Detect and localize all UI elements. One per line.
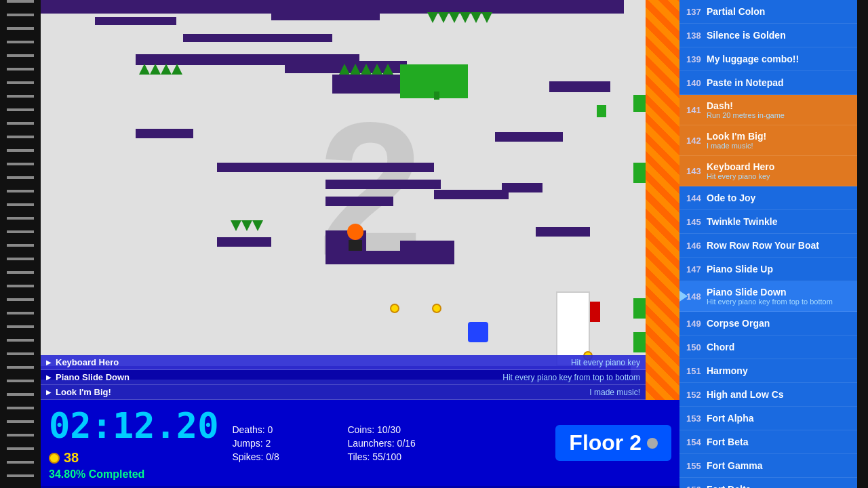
- right-green: [597, 105, 606, 117]
- quest-overlay: ▶ Keyboard Hero Hit every piano key ▶ Pi…: [41, 355, 646, 400]
- sidebar-item-137[interactable]: 137Partial Colon: [679, 0, 857, 24]
- game-area: 2: [41, 0, 679, 488]
- sidebar-item-156[interactable]: 156Fort Delta: [679, 478, 857, 488]
- platform-large: [217, 163, 434, 172]
- sidebar-item-num-143: 143: [686, 166, 707, 176]
- sidebar-item-147[interactable]: 147Piano Slide Up: [679, 258, 857, 281]
- game-background: 2: [41, 0, 679, 400]
- coin-1: [390, 304, 399, 313]
- right-green3: [633, 332, 646, 352]
- sidebar-item-138[interactable]: 138Silence is Golden: [679, 24, 857, 47]
- sidebar-item-144[interactable]: 144Ode to Joy: [679, 186, 857, 210]
- sidebar-item-148[interactable]: 148Piano Slide DownHit every piano key f…: [679, 281, 857, 312]
- sidebar-item-154[interactable]: 154Fort Beta: [679, 430, 857, 454]
- sidebar-item-num-146: 146: [686, 241, 707, 251]
- sidebar-item-num-149: 149: [686, 319, 707, 329]
- quest-desc-2: I made music!: [589, 388, 640, 397]
- sidebar-item-name-146: Row Row Row Your Boat: [707, 240, 850, 251]
- jumps-stat: Jumps: 2: [232, 438, 334, 449]
- sidebar-item-139[interactable]: 139My luggage combo!!: [679, 47, 857, 71]
- sidebar-arrow-indicator: [679, 291, 688, 302]
- sidebar-item-name-151: Harmony: [707, 365, 850, 376]
- sidebar-item-name-155: Fort Gamma: [707, 460, 850, 471]
- char-head: [347, 224, 363, 240]
- char-body: [349, 240, 362, 251]
- hud-center-info: 38 34.80% Completed: [49, 450, 218, 481]
- mid-spikes: [339, 64, 393, 75]
- sidebar-item-num-139: 139: [686, 54, 707, 64]
- sidebar-item-num-148: 148: [686, 291, 707, 302]
- green-platform: [400, 64, 434, 98]
- coin-number: 38: [64, 450, 79, 466]
- small-spike: [434, 92, 439, 100]
- sidebar: 137Partial Colon138Silence is Golden139M…: [679, 0, 857, 488]
- sidebar-item-name-143: Keyboard HeroHit every piano key: [707, 161, 850, 180]
- sidebar-item-name-138: Silence is Golden: [707, 30, 850, 41]
- sidebar-item-num-144: 144: [686, 193, 707, 203]
- player-character: [344, 224, 366, 251]
- platform-large3: [326, 197, 393, 206]
- platform-bot5: [536, 227, 590, 237]
- sidebar-item-name-141: Dash!Run 20 metres in-game: [707, 100, 850, 119]
- left-bar: [0, 0, 41, 488]
- quest-title-1: Piano Slide Down: [56, 372, 164, 382]
- sidebar-item-name-139: My luggage combo!!: [707, 54, 850, 64]
- sidebar-item-name-148: Piano Slide DownHit every piano key from…: [707, 287, 850, 306]
- sidebar-item-num-147: 147: [686, 264, 707, 274]
- sidebar-item-146[interactable]: 146Row Row Row Your Boat: [679, 234, 857, 258]
- quest-item-1: ▶ Piano Slide Down Hit every piano key f…: [41, 370, 646, 385]
- quest-desc-1: Hit every piano key from top to bottom: [502, 373, 640, 382]
- sidebar-item-name-149: Corpse Organ: [707, 318, 850, 329]
- quest-item-0: ▶ Keyboard Hero Hit every piano key: [41, 355, 646, 370]
- ceiling-platform: [41, 0, 624, 14]
- sidebar-item-sub-143: Hit every piano key: [707, 172, 850, 180]
- sidebar-item-150[interactable]: 150Chord: [679, 336, 857, 359]
- sidebar-item-153[interactable]: 153Fort Alpha: [679, 407, 857, 430]
- sidebar-item-143[interactable]: 143Keyboard HeroHit every piano key: [679, 156, 857, 186]
- sidebar-item-140[interactable]: 140Paste in Notepad: [679, 71, 857, 95]
- sidebar-item-142[interactable]: 142Look I'm Big!I made music!: [679, 125, 857, 156]
- sidebar-item-sub-142: I made music!: [707, 142, 850, 150]
- sidebar-item-name-150: Chord: [707, 342, 850, 352]
- sidebar-item-149[interactable]: 149Corpse Organ: [679, 312, 857, 336]
- hud: 02:12.20 38 34.80% Completed Deaths: 0 J…: [41, 400, 679, 488]
- left-spikes: [139, 64, 182, 75]
- sidebar-item-name-153: Fort Alpha: [707, 413, 850, 424]
- coin-count-row: 38: [49, 450, 218, 466]
- sidebar-item-151[interactable]: 151Harmony: [679, 359, 857, 383]
- sidebar-item-sub-141: Run 20 metres in-game: [707, 111, 850, 119]
- sidebar-item-141[interactable]: 141Dash!Run 20 metres in-game: [679, 95, 857, 125]
- platform-bot1: [217, 237, 271, 247]
- sidebar-item-145[interactable]: 145Twinkle Twinkle: [679, 210, 857, 234]
- quest-arrow-2: ▶: [46, 388, 52, 396]
- sidebar-item-name-145: Twinkle Twinkle: [707, 216, 850, 227]
- platform: [183, 34, 332, 42]
- sidebar-item-155[interactable]: 155Fort Gamma: [679, 454, 857, 478]
- sidebar-item-num-140: 140: [686, 78, 707, 88]
- sidebar-item-name-147: Piano Slide Up: [707, 264, 850, 274]
- platform-large2: [326, 180, 441, 189]
- sidebar-item-num-156: 156: [686, 485, 707, 489]
- sidebar-item-name-142: Look I'm Big!I made music!: [707, 131, 850, 150]
- platform-lower1: [136, 129, 193, 138]
- quest-arrow-1: ▶: [46, 373, 52, 381]
- top-spikes: [427, 12, 492, 23]
- sidebar-item-num-153: 153: [686, 413, 707, 424]
- sidebar-item-num-150: 150: [686, 342, 707, 352]
- quest-desc-0: Hit every piano key: [571, 358, 640, 367]
- bot-spikes: [231, 220, 263, 231]
- stats-col1: Deaths: 0 Jumps: 2 Spikes: 0/8: [232, 424, 334, 462]
- platform-right1: [549, 81, 610, 92]
- sidebar-item-num-137: 137: [686, 7, 707, 17]
- right-green1: [633, 163, 646, 183]
- coin-2: [432, 304, 441, 313]
- sidebar-item-num-154: 154: [686, 437, 707, 447]
- coins-stat: Coins: 10/30: [347, 424, 469, 435]
- hud-left: 02:12.20 38 34.80% Completed: [49, 405, 218, 481]
- sidebar-item-152[interactable]: 152High and Low Cs: [679, 383, 857, 407]
- spikes-stat: Spikes: 0/8: [232, 451, 334, 462]
- coin-icon-hud: [49, 453, 60, 464]
- deaths-stat: Deaths: 0: [232, 424, 334, 435]
- floor-badge: Floor 2: [555, 425, 671, 461]
- sidebar-item-name-156: Fort Delta: [707, 484, 850, 488]
